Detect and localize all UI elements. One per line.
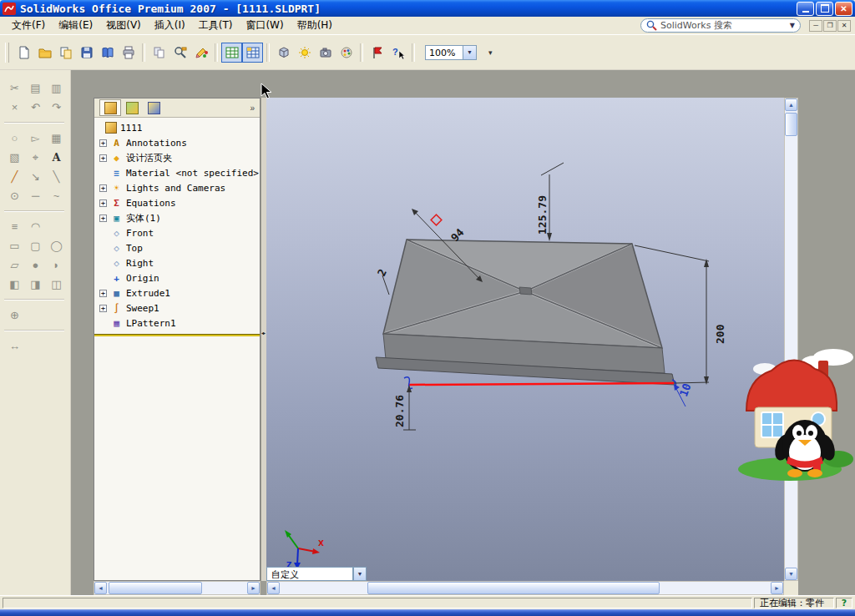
flag-button[interactable] bbox=[367, 43, 387, 63]
view-orientation-button[interactable] bbox=[273, 43, 294, 63]
restore-button[interactable] bbox=[816, 2, 833, 16]
mdi-close-button[interactable]: ✕ bbox=[837, 20, 851, 32]
tree-item-origin[interactable]: ++Origin bbox=[94, 270, 260, 285]
scroll-down-button[interactable]: ▼ bbox=[785, 568, 797, 580]
zoom-dropdown-button[interactable]: ▼ bbox=[463, 45, 477, 60]
print-button[interactable] bbox=[118, 43, 139, 63]
new-document-button[interactable] bbox=[13, 43, 34, 63]
save-button[interactable] bbox=[76, 43, 97, 63]
panel-splitter[interactable]: ◂▸ bbox=[261, 98, 266, 581]
search-dropdown-arrow[interactable]: ▼ bbox=[790, 22, 795, 29]
appearance-button[interactable] bbox=[336, 43, 357, 63]
view-selector-dropdown[interactable]: ▼ bbox=[353, 567, 367, 581]
tab-featuremanager[interactable] bbox=[99, 99, 121, 116]
tree-item-front[interactable]: +◇Front bbox=[94, 225, 260, 240]
hatch-right-button[interactable]: ◨ bbox=[25, 275, 46, 294]
tree-item-extrude1[interactable]: +■Extrude1 bbox=[94, 285, 260, 300]
sketch-grid-button[interactable]: ▦ bbox=[46, 129, 67, 148]
grid-settings-button[interactable] bbox=[242, 43, 263, 63]
smart-dimension-button[interactable]: ⌖ bbox=[25, 148, 46, 167]
rounded-rectangle-button[interactable]: ▢ bbox=[25, 236, 46, 255]
sketch-text-button[interactable]: A bbox=[46, 148, 67, 167]
status-help-icon[interactable]: ? bbox=[836, 598, 852, 608]
menu-tools[interactable]: 工具(T) bbox=[192, 17, 240, 34]
vertical-scroll-thumb[interactable] bbox=[785, 113, 797, 136]
arc-button[interactable]: ◠ bbox=[25, 217, 46, 236]
minimize-button[interactable] bbox=[797, 2, 814, 16]
tree-item-lpattern1[interactable]: +▦LPattern1 bbox=[94, 316, 260, 331]
mdi-restore-button[interactable]: ❐ bbox=[823, 20, 837, 32]
qq-pet-widget[interactable] bbox=[735, 346, 855, 482]
partial-ellipse-button[interactable]: ◗ bbox=[46, 255, 67, 275]
cut-button[interactable]: ✂ bbox=[4, 78, 25, 98]
tree-item-top[interactable]: +◇Top bbox=[94, 240, 260, 255]
hatch-left-button[interactable]: ◧ bbox=[4, 275, 25, 294]
ellipse-button[interactable]: ◯ bbox=[46, 236, 67, 255]
panel-scroll-thumb[interactable] bbox=[109, 582, 202, 594]
menu-insert[interactable]: 插入(I) bbox=[148, 17, 192, 34]
edrawings-button[interactable] bbox=[97, 43, 118, 63]
image-capture-button[interactable] bbox=[149, 43, 169, 63]
dimension-2076[interactable]: 20.76 bbox=[393, 395, 406, 427]
tree-item-material-not-specified-[interactable]: +≡Material <not specified> bbox=[94, 165, 260, 180]
dimension-125[interactable]: 125.79 bbox=[536, 195, 549, 235]
tree-item--1-[interactable]: +▣实体(1) bbox=[94, 210, 260, 225]
zoom-value[interactable]: 100% bbox=[425, 45, 463, 60]
expand-toggle[interactable]: + bbox=[99, 215, 107, 222]
windows-taskbar[interactable] bbox=[0, 609, 855, 616]
edit-color-button[interactable] bbox=[190, 43, 211, 63]
panel-horizontal-scrollbar[interactable]: ◄ ► bbox=[94, 581, 261, 595]
vertical-scrollbar[interactable]: ▲ ▼ bbox=[784, 98, 798, 581]
tree-item-right[interactable]: +◇Right bbox=[94, 255, 260, 270]
menu-view[interactable]: 视图(V) bbox=[99, 17, 148, 34]
expand-toggle[interactable]: + bbox=[99, 184, 107, 192]
parallelogram-button[interactable]: ▱ bbox=[4, 255, 25, 275]
line-button[interactable]: ╲ bbox=[46, 167, 67, 186]
find-references-button[interactable] bbox=[169, 43, 190, 63]
tree-item--[interactable]: +◆设计活页夹 bbox=[94, 150, 260, 165]
circle-button[interactable]: ⊙ bbox=[4, 186, 25, 205]
style-list-button[interactable]: ≡ bbox=[4, 217, 25, 236]
panel-expand-chevron[interactable]: » bbox=[245, 104, 260, 113]
view-selector-combo[interactable]: 自定义 ▼ bbox=[266, 567, 367, 581]
panel-scroll-left-button[interactable]: ◄ bbox=[94, 582, 107, 594]
tree-root-item[interactable]: 1111 bbox=[94, 120, 260, 135]
make-drawing-button[interactable] bbox=[55, 43, 76, 63]
rectangle-button[interactable]: ▭ bbox=[4, 236, 25, 255]
selection-box-button[interactable]: ▧ bbox=[4, 148, 25, 167]
tab-configurationmanager[interactable] bbox=[143, 99, 164, 116]
camera-button[interactable] bbox=[315, 43, 336, 63]
viewport-horizontal-scrollbar[interactable]: ◄ ► bbox=[266, 581, 784, 595]
close-button[interactable]: ✕ bbox=[835, 2, 852, 16]
paste-button[interactable]: ▥ bbox=[46, 78, 67, 98]
two-pane-button[interactable]: ◫ bbox=[46, 275, 67, 294]
viewport-scroll-left-button[interactable]: ◄ bbox=[267, 582, 280, 594]
tab-propertymanager[interactable] bbox=[121, 99, 143, 116]
copy-button[interactable]: ▤ bbox=[25, 78, 46, 98]
solidworks-search-box[interactable]: SolidWorks 搜索 ▼ bbox=[640, 18, 801, 33]
open-document-button[interactable] bbox=[34, 43, 55, 63]
tree-item-sweep1[interactable]: +∫Sweep1 bbox=[94, 300, 260, 316]
view-selector-value[interactable]: 自定义 bbox=[266, 567, 353, 581]
expand-toggle[interactable]: + bbox=[99, 290, 107, 297]
dimension-200[interactable]: 200 bbox=[714, 325, 726, 344]
expand-toggle[interactable]: + bbox=[99, 139, 107, 147]
whats-this-button[interactable]: ? bbox=[387, 43, 408, 63]
tree-item-lights-and-cameras[interactable]: +☀Lights and Cameras bbox=[94, 180, 260, 195]
tree-item-annotations[interactable]: +AAnnotations bbox=[94, 135, 260, 150]
toolbar-grip[interactable] bbox=[5, 43, 9, 63]
expand-toggle[interactable]: + bbox=[99, 305, 107, 312]
expand-toggle[interactable]: + bbox=[99, 199, 107, 207]
menu-window[interactable]: 窗口(W) bbox=[239, 17, 290, 34]
lighting-button[interactable] bbox=[294, 43, 315, 63]
scroll-up-button[interactable]: ▲ bbox=[785, 98, 797, 111]
toolbar-overflow-button[interactable]: ▾ bbox=[483, 48, 498, 58]
point-button[interactable]: ● bbox=[25, 255, 46, 275]
menu-file[interactable]: 文件(F) bbox=[5, 17, 52, 34]
design-table-button[interactable] bbox=[221, 43, 242, 63]
select-button[interactable]: ▻ bbox=[25, 129, 46, 148]
viewport-scroll-thumb[interactable] bbox=[367, 582, 660, 594]
tree-item-equations[interactable]: +ΣEquations bbox=[94, 195, 260, 210]
mdi-minimize-button[interactable]: ─ bbox=[809, 20, 822, 32]
expand-toggle[interactable]: + bbox=[99, 154, 107, 162]
